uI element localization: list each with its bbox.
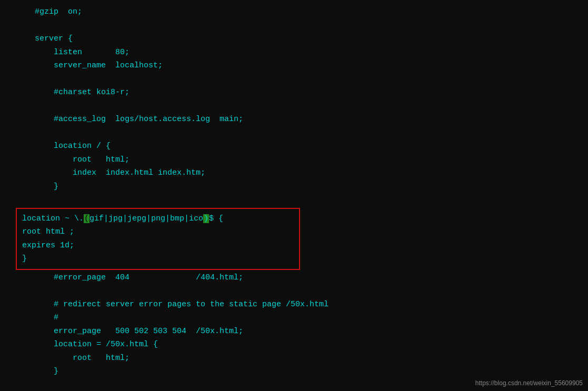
- line-error-page2: error_page 500 502 503 504 /50x.html;: [16, 325, 572, 338]
- line-root3: root html;: [16, 352, 572, 365]
- line-blank1: [16, 19, 572, 33]
- line-blank4: [16, 126, 572, 140]
- line-charset: #charset koi8-r;: [16, 86, 572, 99]
- line-blank5: [16, 193, 572, 207]
- highlighted-code-block: location ~ \.(gif|jpg|jepg|png|bmp|ico)$…: [16, 208, 300, 270]
- line-expires: expires 1d;: [22, 239, 294, 253]
- code-container: #gzip on; server { listen 80; server_nam…: [0, 0, 588, 391]
- line-root2: root html ;: [22, 225, 294, 239]
- line-location1: location / {: [16, 139, 572, 153]
- line-listen: listen 80;: [16, 46, 572, 59]
- line-close1: }: [16, 180, 572, 194]
- line-location2: location ~ \.(gif|jpg|jepg|png|bmp|ico)$…: [22, 212, 294, 226]
- line-error-page: #error_page 404 /404.html;: [16, 271, 572, 285]
- line-blank2: [16, 73, 572, 86]
- watermark: https://blog.csdn.net/weixin_55609905: [475, 379, 583, 387]
- line-server: server {: [16, 32, 572, 46]
- line-redirect-comment: # redirect server error pages to the sta…: [16, 298, 572, 312]
- line-blank3: [16, 99, 572, 113]
- line-close2: }: [22, 252, 294, 266]
- line-access-log: #access_log logs/host.access.log main;: [16, 113, 572, 126]
- line-root1: root html;: [16, 153, 572, 167]
- line-gzip: #gzip on;: [16, 5, 572, 19]
- line-index: index index.html index.htm;: [16, 166, 572, 180]
- line-blank6: [16, 284, 572, 298]
- line-server-name: server_name localhost;: [16, 59, 572, 73]
- line-hash: #: [16, 311, 572, 325]
- line-location3: location = /50x.html {: [16, 338, 572, 352]
- line-close3: }: [16, 365, 572, 378]
